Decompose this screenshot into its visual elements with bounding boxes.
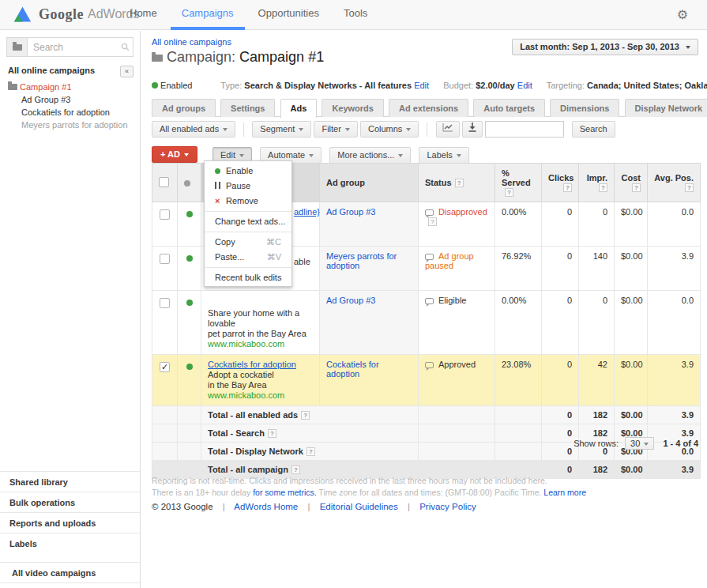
menu-item-remove[interactable]: ×Remove bbox=[205, 194, 291, 209]
served-value: 0.00% bbox=[495, 202, 542, 247]
help-icon[interactable]: ? bbox=[563, 183, 572, 192]
tab-dimensions[interactable]: Dimensions bbox=[550, 99, 619, 117]
help-icon[interactable]: ? bbox=[428, 217, 437, 226]
sidebar-item-labels[interactable]: Labels bbox=[0, 533, 140, 553]
column-header-served[interactable]: % Served? bbox=[495, 164, 542, 202]
status-dot-column-icon bbox=[184, 180, 190, 187]
tree-item-ad-group-3[interactable]: Ad Group #3 bbox=[21, 94, 137, 106]
menu-item-copy[interactable]: ⌘CCopy bbox=[205, 235, 291, 250]
menu-item-recent-bulk-edits[interactable]: Recent bulk edits bbox=[205, 270, 291, 285]
ad-group-link[interactable]: Ad Group #3 bbox=[320, 202, 419, 247]
row-checkbox[interactable] bbox=[160, 254, 170, 264]
campaign-name: Campaign #1 bbox=[239, 49, 324, 65]
row-range: 1 - 4 of 4 bbox=[663, 439, 698, 448]
nav-item-opportunities[interactable]: Opportunities bbox=[247, 0, 330, 30]
gear-icon[interactable]: ⚙ bbox=[677, 7, 688, 22]
some-metrics-link[interactable]: for some metrics. bbox=[253, 488, 317, 497]
add-ad-button[interactable]: + AD bbox=[152, 146, 197, 163]
table-search-input[interactable] bbox=[485, 121, 564, 138]
edit-type-link[interactable]: Edit bbox=[414, 81, 429, 90]
clicks-value: 0 bbox=[542, 355, 579, 406]
column-header-avg-pos[interactable]: Avg. Pos.? bbox=[648, 164, 701, 202]
show-rows-dropdown[interactable]: 30 bbox=[625, 437, 654, 450]
chevron-down-icon bbox=[345, 128, 350, 131]
sidebar-item-reports-uploads[interactable]: Reports and uploads bbox=[0, 512, 140, 533]
table-search-button[interactable]: Search bbox=[572, 121, 615, 138]
labels-dropdown-button[interactable]: Labels bbox=[419, 147, 468, 164]
help-icon[interactable]: ? bbox=[306, 447, 315, 456]
more-actions-dropdown-button[interactable]: More actions... bbox=[329, 147, 411, 164]
sidebar-item-all-video-campaigns[interactable]: All video campaigns bbox=[0, 562, 140, 583]
speech-bubble-icon bbox=[425, 254, 434, 260]
chevron-down-icon bbox=[309, 154, 314, 157]
row-checkbox[interactable] bbox=[160, 298, 170, 308]
sidebar-folder-button[interactable] bbox=[6, 37, 28, 57]
ad-group-link[interactable]: Meyers parrots for adoption bbox=[320, 247, 419, 291]
tab-settings[interactable]: Settings bbox=[220, 99, 275, 117]
impr-value: 0 bbox=[579, 202, 615, 247]
avg-pos-value: 0.0 bbox=[648, 202, 701, 247]
tab-keywords[interactable]: Keywords bbox=[322, 99, 384, 117]
clicks-value: 0 bbox=[542, 291, 579, 355]
privacy-policy-link[interactable]: Privacy Policy bbox=[419, 502, 476, 511]
sidebar-search-input[interactable] bbox=[28, 37, 134, 57]
breadcrumb[interactable]: All online campaigns bbox=[152, 37, 231, 47]
help-icon[interactable]: ? bbox=[455, 179, 464, 187]
view-chart-button[interactable] bbox=[436, 121, 460, 138]
nav-item-tools[interactable]: Tools bbox=[333, 0, 378, 30]
sidebar-item-shared-library[interactable]: Shared library bbox=[0, 471, 140, 492]
tree-item-meyers-parrots[interactable]: Meyers parrots for adoption bbox=[21, 119, 137, 131]
ad-headline-link[interactable]: Cockatiels for adoption bbox=[208, 360, 313, 370]
menu-item-change-text-ads[interactable]: Change text ads... bbox=[205, 214, 291, 229]
help-icon[interactable]: ? bbox=[505, 188, 513, 197]
date-range-selector[interactable]: Last month: Sep 1, 2013 - Sep 30, 2013 bbox=[512, 39, 698, 55]
edit-budget-link[interactable]: Edit bbox=[517, 81, 532, 90]
help-icon[interactable]: ? bbox=[599, 183, 607, 192]
enable-green-dot-icon bbox=[215, 168, 220, 174]
ad-group-link[interactable]: Ad Group #3 bbox=[320, 291, 419, 355]
sidebar-item-bulk-operations[interactable]: Bulk operations bbox=[0, 492, 140, 512]
column-header-status[interactable]: Status? bbox=[419, 164, 495, 202]
download-button[interactable] bbox=[462, 121, 483, 138]
ad-group-link[interactable]: Cockatiels for adoption bbox=[320, 355, 419, 406]
ad-headline-fragment[interactable]: adline} bbox=[294, 207, 320, 217]
clicks-value: 0 bbox=[542, 202, 579, 247]
menu-item-paste[interactable]: ⌘VPaste... bbox=[205, 250, 291, 265]
column-header-cost[interactable]: Cost? bbox=[615, 164, 648, 202]
view-filter-dropdown[interactable]: All enabled ads bbox=[152, 121, 235, 138]
menu-item-enable[interactable]: Enable bbox=[205, 164, 291, 179]
chevron-down-icon bbox=[398, 154, 403, 157]
help-icon[interactable]: ? bbox=[632, 183, 641, 192]
tree-title[interactable]: All online campaigns bbox=[8, 66, 95, 75]
select-all-checkbox[interactable] bbox=[159, 177, 169, 187]
tab-ad-extensions[interactable]: Ad extensions bbox=[389, 99, 468, 117]
tree-item-cockatiels[interactable]: Cockatiels for adoption bbox=[21, 107, 137, 119]
column-header-impr[interactable]: Impr.? bbox=[579, 164, 615, 202]
row-checkbox[interactable] bbox=[160, 209, 170, 220]
learn-more-link[interactable]: Learn more bbox=[543, 488, 586, 497]
tab-display-network[interactable]: Display Network bbox=[625, 99, 707, 117]
ad-display-url: www.mickaboo.com bbox=[208, 339, 313, 349]
filter-dropdown[interactable]: Filter bbox=[314, 121, 357, 138]
segment-dropdown[interactable]: Segment bbox=[252, 121, 311, 138]
tab-ads[interactable]: Ads bbox=[280, 99, 318, 118]
menu-item-pause[interactable]: Pause bbox=[205, 179, 291, 194]
column-header-ad-group[interactable]: Ad group bbox=[320, 164, 419, 202]
help-icon[interactable]: ? bbox=[268, 429, 276, 438]
adwords-triangle-icon bbox=[13, 5, 32, 24]
nav-item-home[interactable]: Home bbox=[118, 0, 168, 30]
enabled-label[interactable]: Enabled bbox=[160, 81, 192, 90]
tab-ad-groups[interactable]: Ad groups bbox=[152, 99, 216, 117]
help-icon[interactable]: ? bbox=[301, 411, 310, 420]
collapse-sidebar-button[interactable]: « bbox=[120, 66, 134, 77]
tab-auto-targets[interactable]: Auto targets bbox=[473, 99, 545, 117]
help-icon[interactable]: ? bbox=[685, 183, 694, 192]
columns-dropdown[interactable]: Columns bbox=[360, 121, 419, 138]
adwords-home-link[interactable]: AdWords Home bbox=[234, 502, 298, 511]
help-icon[interactable]: ? bbox=[291, 466, 300, 474]
nav-item-campaigns[interactable]: Campaigns bbox=[171, 0, 245, 30]
tree-item-campaign-1[interactable]: Campaign #1 bbox=[8, 81, 137, 93]
editorial-guidelines-link[interactable]: Editorial Guidelines bbox=[320, 502, 398, 511]
column-header-clicks[interactable]: Clicks? bbox=[542, 164, 579, 202]
row-checkbox-checked[interactable]: ✓ bbox=[160, 362, 170, 372]
